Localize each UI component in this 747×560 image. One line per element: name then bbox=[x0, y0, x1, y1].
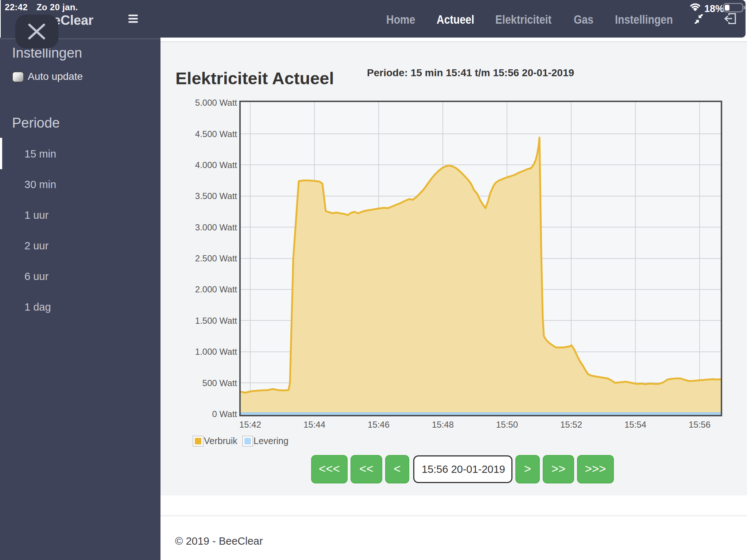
svg-text:4.000 Watt: 4.000 Watt bbox=[195, 160, 237, 170]
svg-text:0 Watt: 0 Watt bbox=[212, 409, 237, 419]
svg-text:5.000 Watt: 5.000 Watt bbox=[195, 98, 237, 108]
svg-text:4.500 Watt: 4.500 Watt bbox=[195, 129, 237, 139]
svg-text:15:42: 15:42 bbox=[239, 420, 261, 429]
svg-text:15:54: 15:54 bbox=[624, 420, 646, 429]
svg-text:15:56: 15:56 bbox=[689, 420, 711, 429]
svg-text:15:44: 15:44 bbox=[303, 420, 325, 429]
svg-text:15:46: 15:46 bbox=[368, 420, 390, 429]
svg-text:3.500 Watt: 3.500 Watt bbox=[195, 191, 237, 201]
svg-text:1.500 Watt: 1.500 Watt bbox=[195, 316, 237, 326]
svg-text:15:50: 15:50 bbox=[496, 420, 518, 429]
svg-text:2.500 Watt: 2.500 Watt bbox=[195, 253, 237, 263]
svg-text:2.000 Watt: 2.000 Watt bbox=[195, 284, 237, 294]
svg-text:1.000 Watt: 1.000 Watt bbox=[195, 347, 237, 357]
svg-text:500 Watt: 500 Watt bbox=[202, 378, 237, 388]
svg-text:15:52: 15:52 bbox=[560, 420, 582, 429]
svg-text:3.000 Watt: 3.000 Watt bbox=[195, 222, 237, 232]
svg-text:15:48: 15:48 bbox=[432, 420, 454, 429]
